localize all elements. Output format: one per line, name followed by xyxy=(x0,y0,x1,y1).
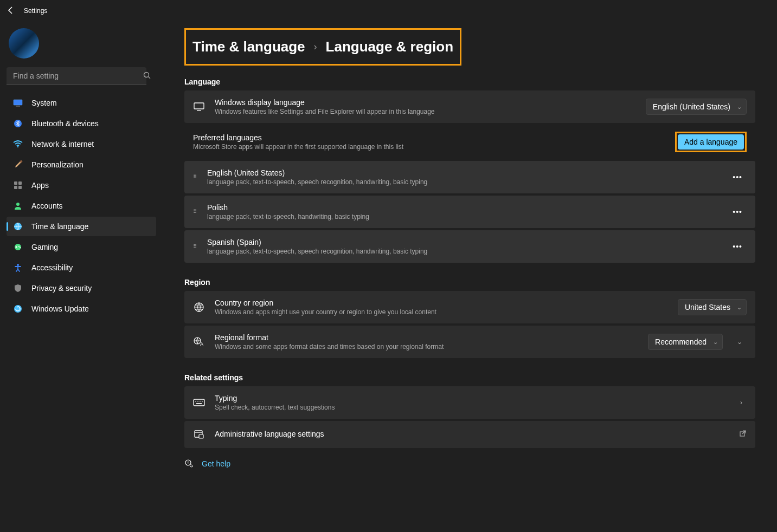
language-item: ⠿ Spanish (Spain) language pack, text-to… xyxy=(184,230,755,263)
language-features: language pack, text-to-speech, speech re… xyxy=(207,248,718,255)
sidebar-item-gaming[interactable]: Gaming xyxy=(7,237,156,257)
country-region-row: Country or region Windows and apps might… xyxy=(184,291,755,323)
svg-point-17 xyxy=(17,264,19,266)
svg-point-27 xyxy=(200,401,201,402)
more-options-button[interactable]: ••• xyxy=(728,205,747,218)
sidebar-item-label: Accessibility xyxy=(31,263,73,272)
bluetooth-icon xyxy=(13,119,23,128)
display-language-dropdown[interactable]: English (United States) ⌄ xyxy=(646,99,747,115)
svg-point-18 xyxy=(14,305,22,313)
admin-title: Administrative language settings xyxy=(215,430,729,438)
preferred-languages-row: Preferred languages Microsoft Store apps… xyxy=(184,125,755,159)
format-desc: Windows and some apps format dates and t… xyxy=(215,343,638,351)
dropdown-value: English (United States) xyxy=(653,102,730,111)
search-input[interactable] xyxy=(7,67,146,85)
expand-button[interactable]: ⌄ xyxy=(733,336,747,348)
regional-format-row: A Regional format Windows and some apps … xyxy=(184,326,755,358)
drag-handle-icon[interactable]: ⠿ xyxy=(193,176,197,178)
sidebar-item-label: Apps xyxy=(31,181,49,190)
svg-rect-2 xyxy=(14,100,22,105)
chevron-right-icon: › xyxy=(736,397,747,408)
language-item: ⠿ Polish language pack, text-to-speech, … xyxy=(184,196,755,228)
content-area: Time & language › Language & region Lang… xyxy=(163,22,777,532)
language-name: English (United States) xyxy=(207,168,718,177)
apps-icon xyxy=(13,180,23,190)
keyboard-icon xyxy=(193,397,205,408)
add-language-highlight: Add a language xyxy=(675,132,747,152)
country-dropdown[interactable]: United States ⌄ xyxy=(678,299,747,315)
gamepad-icon xyxy=(13,242,23,252)
accessibility-icon xyxy=(13,263,23,273)
nav-list: System Bluetooth & devices Network & int… xyxy=(7,93,156,319)
wifi-icon xyxy=(13,139,23,149)
drag-handle-icon[interactable]: ⠿ xyxy=(193,211,197,213)
globe-text-icon: A xyxy=(193,336,205,348)
paintbrush-icon xyxy=(13,160,23,170)
breadcrumb: Time & language › Language & region xyxy=(192,38,453,55)
chevron-down-icon: ⌄ xyxy=(737,304,742,311)
person-icon xyxy=(13,201,23,211)
chevron-right-icon: › xyxy=(314,41,317,53)
language-features: language pack, text-to-speech, speech re… xyxy=(207,178,718,186)
sidebar-item-personalization[interactable]: Personalization xyxy=(7,155,156,174)
sidebar-item-label: Privacy & security xyxy=(31,284,92,293)
sidebar-item-label: Bluetooth & devices xyxy=(31,119,99,128)
typing-row[interactable]: Typing Spell check, autocorrect, text su… xyxy=(184,386,755,419)
country-desc: Windows and apps might use your country … xyxy=(215,308,668,316)
sidebar-item-label: Network & internet xyxy=(31,140,94,148)
more-options-button[interactable]: ••• xyxy=(728,240,747,253)
admin-language-row[interactable]: Administrative language settings xyxy=(184,421,755,448)
sidebar-item-apps[interactable]: Apps xyxy=(7,176,156,195)
svg-rect-4 xyxy=(16,106,20,107)
svg-rect-24 xyxy=(194,399,204,406)
sidebar-item-network[interactable]: Network & internet xyxy=(7,134,156,154)
language-features: language pack, text-to-speech, handwriti… xyxy=(207,213,718,220)
sidebar-item-label: Accounts xyxy=(31,202,63,210)
help-icon: ? xyxy=(184,459,194,469)
get-help-row: ? Get help xyxy=(184,457,755,471)
sidebar-item-privacy[interactable]: Privacy & security xyxy=(7,278,156,298)
globe-icon xyxy=(193,301,205,313)
svg-point-28 xyxy=(202,401,203,402)
get-help-link[interactable]: Get help xyxy=(202,459,230,468)
svg-rect-29 xyxy=(196,403,202,404)
more-options-button[interactable]: ••• xyxy=(728,171,747,184)
section-header-region: Region xyxy=(184,278,755,287)
section-header-related: Related settings xyxy=(184,373,755,382)
sidebar-item-bluetooth[interactable]: Bluetooth & devices xyxy=(7,114,156,133)
format-dropdown[interactable]: Recommended ⌄ xyxy=(648,334,723,350)
breadcrumb-parent[interactable]: Time & language xyxy=(192,38,305,55)
add-language-button[interactable]: Add a language xyxy=(678,134,744,150)
display-language-title: Windows display language xyxy=(215,98,636,107)
language-name: Polish xyxy=(207,203,718,212)
sidebar-item-label: Gaming xyxy=(31,243,58,251)
sidebar-item-accounts[interactable]: Accounts xyxy=(7,196,156,216)
sidebar-item-accessibility[interactable]: Accessibility xyxy=(7,258,156,277)
search-icon[interactable] xyxy=(143,72,151,81)
language-item: ⠿ English (United States) language pack,… xyxy=(184,161,755,193)
back-button[interactable] xyxy=(7,6,15,16)
svg-text:?: ? xyxy=(187,461,189,465)
shield-icon xyxy=(13,283,23,293)
breadcrumb-highlight: Time & language › Language & region xyxy=(184,28,461,66)
display-language-desc: Windows features like Settings and File … xyxy=(215,108,636,115)
svg-point-26 xyxy=(197,401,198,402)
update-icon xyxy=(13,304,23,314)
titlebar: Settings xyxy=(0,0,777,22)
typing-desc: Spell check, autocorrect, text suggestio… xyxy=(215,404,726,411)
svg-rect-9 xyxy=(18,181,22,185)
sidebar-item-time-language[interactable]: Time & language xyxy=(7,217,156,236)
user-avatar[interactable] xyxy=(9,28,39,59)
drag-handle-icon[interactable]: ⠿ xyxy=(193,245,197,248)
external-link-icon xyxy=(739,430,747,439)
breadcrumb-current: Language & region xyxy=(326,38,453,55)
monitor-icon xyxy=(193,101,205,113)
typing-title: Typing xyxy=(215,394,726,403)
sidebar-item-windows-update[interactable]: Windows Update xyxy=(7,299,156,319)
svg-rect-32 xyxy=(199,434,203,438)
sidebar-item-label: Time & language xyxy=(31,222,88,231)
sidebar-item-system[interactable]: System xyxy=(7,93,156,113)
svg-rect-11 xyxy=(18,186,22,189)
svg-line-1 xyxy=(149,77,151,79)
svg-point-6 xyxy=(17,146,18,147)
